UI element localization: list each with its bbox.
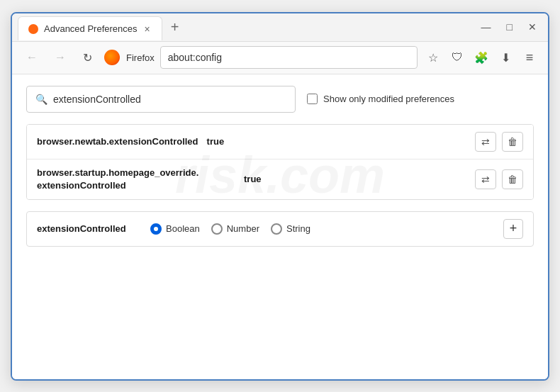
tab-title: Advanced Preferences [44, 23, 138, 34]
tab-close-button[interactable]: × [143, 23, 152, 35]
pref-name-line2: extensionControlled [37, 180, 126, 191]
back-button[interactable]: ← [21, 47, 43, 68]
delete-button-1[interactable]: 🗑 [502, 132, 523, 152]
delete-icon-2: 🗑 [508, 174, 517, 185]
show-modified-checkbox[interactable] [307, 94, 318, 104]
toggle-button-2[interactable]: ⇄ [475, 169, 496, 189]
new-pref-row: extensionControlled Boolean Number Strin… [26, 211, 534, 247]
browser-name: Firefox [126, 52, 155, 63]
pref-actions-2: ⇄ 🗑 [475, 169, 523, 189]
shield-icon[interactable]: 🛡 [447, 47, 467, 67]
radio-label-number: Number [227, 223, 259, 234]
minimize-button[interactable]: — [476, 19, 497, 35]
delete-button-2[interactable]: 🗑 [502, 169, 523, 189]
delete-icon-1: 🗑 [508, 136, 517, 147]
pref-name-2: browser.startup.homepage_override. exten… [37, 167, 235, 192]
pref-value-1: true [207, 136, 225, 147]
firefox-icon [104, 50, 120, 65]
show-modified-label[interactable]: Show only modified preferences [307, 94, 454, 104]
firefox-logo [103, 49, 121, 66]
search-input[interactable] [53, 94, 286, 105]
search-icon: 🔍 [35, 94, 47, 105]
show-modified-text: Show only modified preferences [323, 94, 454, 104]
radio-label-boolean: Boolean [166, 223, 200, 234]
title-bar: Advanced Preferences × + — □ ✕ [12, 13, 548, 42]
add-pref-button[interactable]: + [503, 219, 523, 239]
pref-actions-1: ⇄ 🗑 [475, 132, 523, 152]
new-pref-name: extensionControlled [37, 223, 136, 234]
radio-number[interactable]: Number [211, 223, 259, 235]
search-box: 🔍 [26, 86, 296, 113]
pref-name-line1: browser.startup.homepage_override. [37, 167, 198, 178]
active-tab[interactable]: Advanced Preferences × [18, 16, 162, 40]
radio-string[interactable]: String [271, 223, 310, 235]
nav-bar: ← → ↻ Firefox ☆ 🛡 🧩 ⬇ ≡ [12, 42, 548, 74]
reload-button[interactable]: ↻ [77, 47, 98, 69]
tab-favicon [28, 24, 38, 34]
radio-circle-string [271, 223, 282, 235]
nav-icons: ☆ 🛡 🧩 ⬇ ≡ [423, 47, 539, 67]
content-area: 🔍 Show only modified preferences browser… [12, 74, 548, 379]
radio-circle-number [211, 223, 223, 235]
bookmark-icon[interactable]: ☆ [423, 47, 443, 67]
radio-circle-boolean [150, 223, 162, 235]
extension-icon[interactable]: 🧩 [471, 47, 491, 67]
new-tab-button[interactable]: + [165, 17, 185, 37]
radio-label-string: String [286, 223, 310, 234]
toggle-icon-1: ⇄ [481, 136, 490, 147]
download-icon[interactable]: ⬇ [495, 47, 515, 67]
table-row: browser.startup.homepage_override. exten… [27, 159, 533, 199]
table-row: browser.newtab.extensionControlled true … [27, 125, 533, 159]
type-radio-group: Boolean Number String [150, 223, 310, 235]
add-icon: + [510, 221, 517, 236]
address-bar[interactable] [160, 46, 418, 69]
menu-icon[interactable]: ≡ [520, 47, 539, 67]
window-controls: — □ ✕ [476, 19, 542, 35]
toggle-button-1[interactable]: ⇄ [475, 132, 496, 152]
maximize-button[interactable]: □ [501, 19, 518, 35]
pref-name-1: browser.newtab.extensionControlled [37, 136, 198, 147]
search-row: 🔍 Show only modified preferences [26, 86, 534, 113]
forward-button[interactable]: → [49, 47, 72, 68]
pref-value-2: true [244, 174, 262, 184]
radio-boolean[interactable]: Boolean [150, 223, 200, 235]
toggle-icon-2: ⇄ [481, 174, 490, 185]
prefs-table: browser.newtab.extensionControlled true … [26, 124, 534, 200]
close-window-button[interactable]: ✕ [522, 19, 542, 35]
